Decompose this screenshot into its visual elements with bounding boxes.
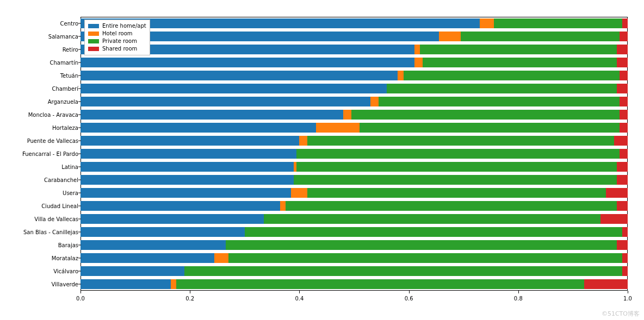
bar-segment [620,123,628,133]
y-tick-label: Centro [60,21,78,27]
y-tick [78,271,81,272]
bar-segment [620,110,628,120]
bar-segment [584,279,628,290]
bar-row [81,123,628,133]
bar-segment [620,71,628,81]
x-tick-label: 1.0 [623,296,632,302]
bar-row [81,71,628,81]
y-tick-label: Villaverde [51,281,78,287]
y-tick [78,232,81,233]
bar-segment [228,253,622,263]
bar-segment [404,71,620,81]
bar-segment [606,188,628,198]
bar-segment [81,188,291,198]
y-tick-label: Tetuán [60,73,78,79]
y-tick [78,128,81,128]
bar-row [81,279,628,290]
legend-swatch [88,47,99,51]
bar-segment [81,71,398,81]
bar-segment [617,175,628,185]
bar-segment [617,84,628,94]
bar-segment [494,18,622,29]
y-tick [78,62,81,63]
bar-segment [299,136,307,146]
bar-segment [291,188,307,198]
bar-row [81,175,628,185]
y-tick [78,167,81,167]
legend-label: Private room [102,37,137,45]
bar-segment [622,227,628,237]
legend-item: Hotel room [88,30,146,37]
bar-segment [81,201,280,211]
bar-segment [398,71,403,81]
x-tick-label: 0.8 [514,296,523,302]
y-tick [78,193,81,193]
legend-label: Shared room [102,45,137,53]
bar-segment [226,240,617,250]
x-tick [299,291,300,293]
bars-layer [81,17,628,291]
legend-swatch [88,39,99,43]
bar-segment [307,188,605,198]
legend-item: Entire home/apt [88,22,146,30]
bar-segment [294,175,617,185]
y-tick-label: Villa de Vallecas [34,216,78,222]
x-tick [190,291,190,293]
y-tick [78,102,81,102]
watermark: ©51CTO博客 [602,310,640,318]
x-tick [81,291,81,293]
bar-row [81,136,628,146]
legend-item: Shared room [88,45,146,53]
bar-segment [81,149,296,159]
y-tick [78,258,81,259]
bar-segment [617,162,628,172]
bar-segment [351,110,620,120]
bar-segment [264,214,600,224]
bar-segment [414,58,423,68]
x-tick [628,291,628,293]
bar-segment [81,97,370,107]
y-tick-label: Moncloa - Aravaca [28,112,78,118]
y-tick-label: Salamanca [48,34,78,40]
bar-segment [81,214,264,224]
bar-segment [620,149,628,159]
bar-segment [81,227,245,237]
legend-item: Private room [88,37,146,45]
y-tick-label: San Blas - Canillejas [23,229,78,235]
y-tick [78,245,81,246]
bar-row [81,240,628,250]
bar-segment [296,162,617,172]
bar-segment [81,253,214,263]
bar-segment [461,32,620,42]
y-tick [78,76,81,76]
bar-segment [370,97,379,107]
legend-label: Entire home/apt [102,22,146,30]
bar-segment [439,32,461,42]
bar-segment [343,110,351,120]
bar-segment [245,227,622,237]
x-axis: 0.00.20.40.60.81.0 [81,293,628,304]
bar-segment [622,18,628,29]
legend: Entire home/aptHotel roomPrivate roomSha… [84,20,150,55]
bar-segment [184,266,622,277]
bar-segment [81,58,414,68]
bar-segment [617,45,628,55]
bar-segment [81,240,226,250]
bar-segment [622,253,628,263]
bar-row [81,201,628,211]
bar-row [81,110,628,120]
bar-row [81,84,628,94]
bar-segment [176,279,584,290]
bar-segment [480,18,493,29]
bar-segment [617,58,628,68]
legend-swatch [88,32,99,36]
y-tick-label: Arganzuela [48,99,78,105]
y-tick [78,89,81,89]
bar-segment [214,253,228,263]
bar-segment [614,136,628,146]
bar-row [81,58,628,68]
x-tick-label: 0.4 [295,296,304,302]
bar-segment [414,45,420,55]
bar-segment [307,136,614,146]
x-tick-label: 0.2 [185,296,194,302]
